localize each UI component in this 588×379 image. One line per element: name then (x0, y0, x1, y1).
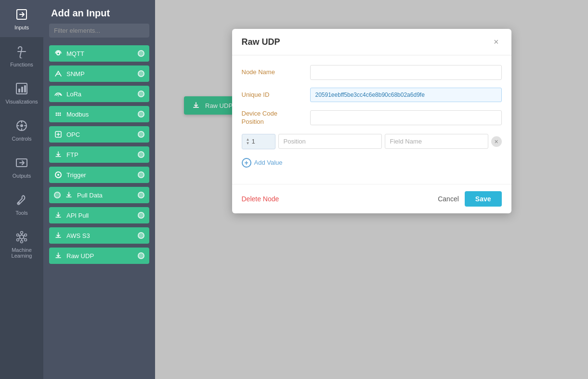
filter-input[interactable] (49, 24, 149, 38)
svg-point-19 (56, 115, 57, 116)
element-mqtt[interactable]: MQTT (49, 45, 149, 62)
element-pull-data[interactable]: Pull Data (49, 187, 149, 203)
mqtt-icon (54, 49, 63, 58)
unique-id-input[interactable] (310, 88, 502, 102)
node-name-row: Node Name (242, 65, 502, 80)
svg-point-21 (58, 115, 59, 116)
device-code-input[interactable] (310, 110, 502, 125)
lora-toggle[interactable] (138, 91, 144, 97)
trigger-icon (54, 170, 63, 179)
element-label-lora: LoRa (66, 91, 81, 98)
node-name-input[interactable] (310, 65, 502, 80)
unique-id-row: Unique ID (242, 88, 502, 102)
controls-icon (14, 118, 29, 133)
element-aws-s3[interactable]: AWS S3 (49, 227, 149, 244)
pull-data-icon (65, 191, 73, 199)
svg-point-8 (18, 202, 20, 204)
pull-data-toggle[interactable] (138, 192, 144, 198)
modbus-icon (54, 110, 63, 118)
element-ftp[interactable]: FTP (49, 146, 149, 163)
modal-header: Raw UDP × (232, 29, 511, 55)
sidebar-label-machine-learning: Machine Learning (2, 247, 41, 259)
sidebar-item-tools[interactable]: Tools (0, 185, 43, 222)
element-label-aws-s3: AWS S3 (66, 232, 90, 239)
sidebar-label-functions: Functions (10, 62, 33, 67)
element-label-opc: OPC (66, 131, 80, 138)
element-modbus[interactable]: Modbus (49, 106, 149, 122)
sidebar-item-functions[interactable]: Functions (0, 37, 43, 74)
remove-value-button[interactable]: × (491, 136, 502, 147)
svg-rect-2 (18, 89, 20, 92)
add-icon: + (242, 158, 251, 168)
opc-toggle[interactable] (138, 131, 144, 138)
add-value-button[interactable]: + Add Value (242, 156, 283, 170)
position-num-value: 1 (251, 138, 255, 145)
cancel-button[interactable]: Cancel (438, 195, 459, 203)
api-pull-icon (54, 211, 63, 220)
svg-rect-3 (21, 87, 23, 92)
sidebar-item-machine-learning[interactable]: Machine Learning (0, 222, 43, 265)
visualizations-icon (14, 81, 29, 96)
snmp-toggle[interactable] (138, 70, 144, 77)
device-code-label: Device Code Position (242, 110, 304, 126)
sidebar-item-visualizations[interactable]: Visualizations (0, 74, 43, 111)
outputs-icon (14, 155, 29, 170)
svg-point-18 (56, 113, 57, 114)
element-label-snmp: SNMP (66, 70, 85, 78)
opc-icon (54, 130, 63, 139)
element-label-ftp: FTP (66, 151, 78, 158)
element-lora[interactable]: LoRa (49, 86, 149, 102)
element-label-trigger: Trigger (66, 171, 86, 179)
elements-panel: Add an Input MQTT SNMP LoRa (43, 0, 155, 379)
inputs-icon (14, 7, 29, 22)
sidebar-item-outputs[interactable]: Outputs (0, 148, 43, 185)
ftp-icon (54, 150, 63, 159)
save-button[interactable]: Save (465, 191, 502, 207)
element-snmp[interactable]: SNMP (49, 65, 149, 82)
modal-close-button[interactable]: × (491, 37, 502, 47)
pull-data-left-toggle[interactable] (54, 192, 61, 198)
element-trigger[interactable]: Trigger (49, 167, 149, 183)
sidebar-label-tools: Tools (15, 210, 28, 216)
canvas: Raw UDP Raw UDP × Node Name Unique ID (155, 0, 588, 379)
value-row-1: ▲▼ 1 × (242, 134, 502, 149)
aws-s3-toggle[interactable] (138, 232, 144, 239)
svg-point-22 (60, 113, 61, 114)
node-name-label: Node Name (242, 68, 304, 77)
unique-id-label: Unique ID (242, 91, 304, 99)
raw-udp-modal: Raw UDP × Node Name Unique ID Device Cod… (232, 29, 511, 213)
position-number: ▲▼ 1 (242, 134, 275, 149)
element-opc[interactable]: OPC (49, 126, 149, 143)
position-input[interactable] (278, 134, 382, 149)
api-pull-toggle[interactable] (138, 212, 144, 219)
sidebar: Inputs Functions Visualizations Controls… (0, 0, 43, 379)
sidebar-label-controls: Controls (12, 136, 32, 142)
svg-point-16 (57, 52, 60, 55)
svg-point-23 (60, 115, 61, 116)
add-value-label: Add Value (254, 159, 283, 166)
field-name-input[interactable] (385, 134, 488, 149)
delete-node-button[interactable]: Delete Node (242, 195, 279, 203)
svg-rect-4 (24, 85, 26, 92)
mqtt-toggle[interactable] (138, 50, 144, 57)
modal-body: Node Name Unique ID Device Code Position… (232, 55, 511, 184)
svg-point-9 (20, 235, 24, 239)
aws-s3-icon (54, 231, 63, 240)
raw-udp-panel-toggle[interactable] (138, 252, 144, 259)
tools-icon (14, 192, 29, 208)
sidebar-item-inputs[interactable]: Inputs (0, 0, 43, 37)
raw-udp-panel-icon (54, 251, 63, 260)
element-api-pull[interactable]: API Pull (49, 207, 149, 223)
modal-footer: Delete Node Cancel Save (232, 184, 511, 213)
functions-icon (14, 44, 29, 59)
modbus-toggle[interactable] (138, 111, 144, 118)
sidebar-item-controls[interactable]: Controls (0, 111, 43, 148)
sidebar-label-visualizations: Visualizations (5, 99, 38, 105)
svg-point-6 (20, 124, 23, 127)
trigger-toggle[interactable] (138, 171, 144, 178)
svg-point-26 (57, 174, 59, 176)
lora-icon (54, 90, 63, 98)
snmp-icon (54, 69, 63, 78)
element-raw-udp[interactable]: Raw UDP (49, 248, 149, 264)
ftp-toggle[interactable] (138, 151, 144, 158)
